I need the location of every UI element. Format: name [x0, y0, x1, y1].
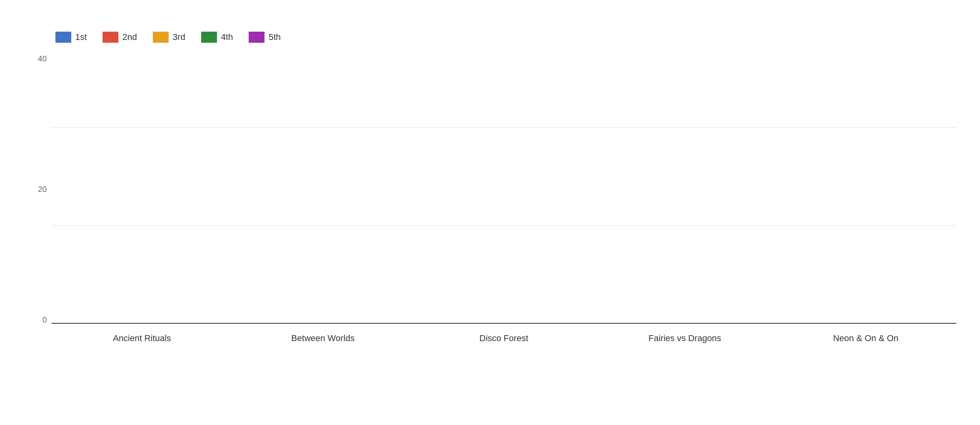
y-axis: 02040	[24, 55, 51, 343]
x-label: Ancient Rituals	[79, 333, 206, 343]
legend-item-4th: 4th	[201, 32, 233, 43]
legend-item-5th: 5th	[249, 32, 281, 43]
legend-item-2nd: 2nd	[103, 32, 137, 43]
legend-label: 1st	[75, 32, 87, 42]
legend-item-1st: 1st	[55, 32, 87, 43]
x-label: Neon & On & On	[803, 333, 929, 343]
legend-label: 5th	[268, 32, 281, 42]
y-tick: 0	[24, 316, 47, 324]
y-tick: 20	[24, 185, 47, 193]
legend-swatch	[55, 32, 71, 43]
chart-container: 1st2nd3rd4th5th 02040 Ancient RitualsBet…	[24, 32, 956, 343]
legend-label: 4th	[221, 32, 233, 42]
chart-legend: 1st2nd3rd4th5th	[55, 32, 956, 43]
legend-swatch	[103, 32, 118, 43]
y-tick: 40	[24, 55, 47, 63]
legend-swatch	[249, 32, 265, 43]
legend-label: 2nd	[122, 32, 137, 42]
legend-swatch	[201, 32, 217, 43]
legend-label: 3rd	[173, 32, 185, 42]
legend-swatch	[153, 32, 169, 43]
legend-item-3rd: 3rd	[153, 32, 185, 43]
x-label: Fairies vs Dragons	[622, 333, 748, 343]
chart-inner: Ancient RitualsBetween WorldsDisco Fores…	[51, 55, 956, 343]
chart-area: 02040 Ancient RitualsBetween WorldsDisco…	[24, 55, 956, 343]
x-label: Disco Forest	[441, 333, 567, 343]
x-label: Between Worlds	[260, 333, 386, 343]
